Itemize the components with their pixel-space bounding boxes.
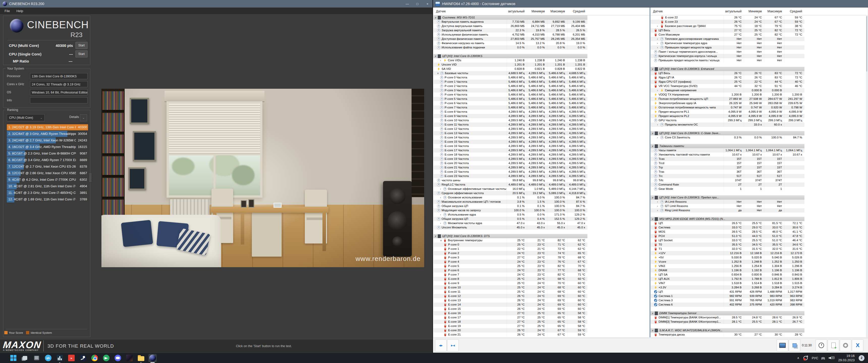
sensor-row[interactable]: Предел мощности PL2 4,095.9 W 4,095.9 W … xyxy=(651,114,804,118)
chevron-down-icon[interactable]: ∨ xyxy=(651,131,655,135)
scrollbar[interactable] xyxy=(866,15,868,337)
clock-button[interactable] xyxy=(815,339,827,352)
sensor-row[interactable]: E-core 21 26 °C 24 °C 67 °C 59 °C xyxy=(434,332,587,337)
sensor-section-header[interactable]: ∨ S.M.A.R.T.: WDC WUH721818ALE6L4 (3WGN.… xyxy=(651,328,804,332)
sensor-row[interactable]: E-core 20 26 °C 24 °C 67 °C 59 °C xyxy=(434,328,587,332)
chevron-right-icon[interactable]: › xyxy=(440,58,443,63)
sensor-row[interactable]: SA VID 0.828 В 0.821 В 0.828 В 0.822 В xyxy=(434,67,587,71)
chevron-down-icon[interactable]: ∨ xyxy=(434,15,438,20)
sensor-row[interactable]: Command Rate 2T 2T 2T xyxy=(651,183,804,187)
sensor-row[interactable]: E-core 18 27 °C 25 °C 65 °C 58 °C xyxy=(434,320,587,324)
sensor-row[interactable]: E-core 19 27 °C 25 °C 65 °C 58 °C xyxy=(434,324,587,328)
sensor-row[interactable]: ЦП Весь 26 °C 26 °C 83 °C 72 °C xyxy=(651,71,804,75)
sensor-row[interactable]: ›IA Limit Reasons Нет Нет Нет xyxy=(651,200,804,204)
sensor-row[interactable]: Часы памяти 1,064.1 МГц 1,064.1 МГц 1,06… xyxy=(651,148,804,153)
chevron-right-icon[interactable]: › xyxy=(440,212,443,217)
chevron-down-icon[interactable]: ∨ xyxy=(651,195,655,200)
hwinfo-titlebar[interactable]: HWiNFO64 v7.26-4800 - Состояние датчиков xyxy=(433,0,868,7)
wifi-icon[interactable]: ((( xyxy=(821,357,826,359)
sensor-row[interactable]: P-core 1 Частота 5,486.6 МГц 5,486.6 МГц… xyxy=(434,80,587,84)
ranking-row[interactable]: 9. 4C/8T @ 4.2 GHz, Intel Core i7-7700K … xyxy=(7,177,88,183)
sensor-row[interactable]: E-core 17 27 °C 25 °C 65 °C 58 °C xyxy=(434,316,587,320)
discord-icon[interactable] xyxy=(114,354,122,362)
sensor-row[interactable]: Система 6 402 RPM 375 RPM 420 RPM 398 RP… xyxy=(651,302,804,307)
sensor-row[interactable]: Доступна виртуальная память 26,869 МБ 24… xyxy=(434,24,587,28)
expand-columns-button[interactable]: ▸◂ xyxy=(447,339,459,352)
sensor-row[interactable]: Trc 51T 51T 51T xyxy=(651,174,804,178)
sensor-row[interactable]: E-core 11 25 °C 24 °C 68 °C 60 °C xyxy=(434,290,587,294)
sensor-row[interactable]: E-core 15 Частота 4,289.5 МГц 4,289.5 МГ… xyxy=(434,140,587,144)
system-info-field[interactable]: 13th Gen Intel Core i9-13900KS xyxy=(30,73,88,79)
sensor-row[interactable]: DIMM[1] Температура (BANK 0/Контроллер0.… xyxy=(651,316,804,320)
sensor-section-header[interactable]: ∨ DIMM Температура Sensor xyxy=(651,311,804,316)
speaker-icon[interactable]: ))) xyxy=(829,356,834,360)
sensor-row[interactable]: E-core 22 Частота 4,289.5 МГц 4,289.5 МГ… xyxy=(434,170,587,174)
sensor-row[interactable]: E-core 12 Частота 4,289.5 МГц 4,289.5 МГ… xyxy=(434,127,587,131)
sensor-row[interactable]: ЦП Socket 33.0 °C 25.5 °C 51.0 °C 46.4 °… xyxy=(651,238,804,242)
chevron-down-icon[interactable]: ∨ xyxy=(434,54,438,58)
hidden-icons-chevron-icon[interactable]: ∧ xyxy=(797,356,799,360)
system-info-field[interactable] xyxy=(30,97,88,103)
sensor-row[interactable]: ›Тепловое дросселирование сердечника Нет… xyxy=(651,37,804,41)
ranking-row[interactable]: 5. 8C/16T @ 2.3 GHz, Intel Core i9-9880H… xyxy=(7,151,88,157)
sensor-row[interactable]: P-core 0 25 °C 23 °C 71 °C 62 °C xyxy=(434,242,587,247)
chevron-down-icon[interactable]: ∨ xyxy=(651,144,655,148)
ranking-details-dropdown[interactable]: ⌄ xyxy=(80,114,87,121)
ranking-scroll-grip[interactable] xyxy=(89,173,92,182)
sensor-row[interactable]: ЦП AUX 1.792 В 1.788 В 1.812 В 1.806 В xyxy=(651,277,804,281)
chevron-right-icon[interactable]: › xyxy=(657,123,660,127)
sensor-row[interactable]: VIN3 1.256 В 1.254 В 1.304 В 1.296 В xyxy=(651,264,804,268)
sensor-row[interactable]: E-core 8 Частота 4,289.5 МГц 4,289.5 МГц… xyxy=(434,110,587,114)
sensor-row[interactable]: E-core 17 Частота 4,289.5 МГц 4,289.5 МГ… xyxy=(434,148,587,153)
sensor-section-header[interactable]: ∨ ЦП [#0]: Intel Core i9-13900KS: Enhanc… xyxy=(651,67,804,71)
sensor-row[interactable]: E-core 22 26 °C 24 °C 67 °C 59 °C xyxy=(651,15,804,20)
ranking-row[interactable]: 2. 32C/64T @ 3 GHz, AMD Ryzen Threadripp… xyxy=(7,131,88,137)
singlecore-start-button[interactable]: Start xyxy=(75,51,88,58)
sensor-row[interactable]: ›Множители частоты ядра 47.0 x 43.0 x 55… xyxy=(434,221,587,225)
ranking-row[interactable]: 11. 4C/8T @ 2.3 GHz, Intel Core i7-4850H… xyxy=(7,190,88,196)
sensor-row[interactable]: Система 33.0 °C 29.0 °C 33.0 °C 30.6 °C xyxy=(651,225,804,230)
sensor-row[interactable]: Виртуальная память выделена 7,733 МБ 6,8… xyxy=(434,20,587,24)
chevron-right-icon[interactable]: › xyxy=(657,45,660,50)
sensor-row[interactable]: Температура диска 30 °C 27 °C 30 °C 28 °… xyxy=(651,332,804,337)
sensor-row[interactable]: ›Ring Limit Reasons да Нет да xyxy=(651,208,804,212)
sensor-row[interactable]: Core Максимум 27 °C 25 °C 82 °C 72 °C xyxy=(651,33,804,37)
sensor-row[interactable]: Vcore 1.252 В 1.248 В 1.252 В 1.250 В xyxy=(651,260,804,264)
sensor-row[interactable]: Максимальное использование ЦП / потоков … xyxy=(434,200,587,204)
menu-file[interactable]: File xyxy=(4,9,10,13)
sensor-row[interactable]: VR VCC Температура (SVID) 44 °C 32 °C 51… xyxy=(651,84,804,88)
col-avg[interactable]: Средний xyxy=(784,9,804,13)
sensor-row[interactable]: P-core 4 Частота 5,486.6 МГц 5,486.6 МГц… xyxy=(434,93,587,97)
sensor-row[interactable]: Загрузка виртуальной памяти 22.3 % 19.8 … xyxy=(434,28,587,33)
chevron-right-icon[interactable]: › xyxy=(657,88,660,93)
sensor-row[interactable]: ›Превышен предел мощности ядра Нет Нет Н… xyxy=(651,45,804,50)
sensor-row[interactable]: Средняя эффективная частота 20.5 МГц 19.… xyxy=(434,191,587,195)
minimize-icon[interactable]: — xyxy=(402,0,412,7)
sensor-row[interactable]: Trp 15T 15T 15T xyxy=(651,165,804,170)
scrollbar-thumb[interactable] xyxy=(866,16,867,72)
msi-center-icon[interactable]: » xyxy=(67,354,75,362)
language-indicator[interactable]: РУС xyxy=(812,356,818,360)
sensor-row[interactable]: Trfc 374T 374T 374T xyxy=(651,178,804,183)
sensor-section-header[interactable]: ∨ ЦП [#0]: Intel Core i9-13900KS: C-Stat… xyxy=(651,131,804,135)
ranking-row[interactable]: 3. 24C/48T @ 2.7 GHz, Intel Xeon W-3265M… xyxy=(7,137,88,143)
sensor-row[interactable]: Использование файла подкачки 0.0 % 0.0 %… xyxy=(434,45,587,50)
sensor-row[interactable]: P-core 1 22 °C 21 °C 72 °C 62 °C xyxy=(434,247,587,251)
settings-gear-button[interactable] xyxy=(840,339,851,352)
sensor-row[interactable]: Остаточная потребляемая мощность чипа 0.… xyxy=(651,105,804,110)
sensor-row[interactable]: DIMM[3] Температура (BANK 0/Контроллер1.… xyxy=(651,320,804,324)
sensor-row[interactable]: ›Core VIDs 1.240 В 1.238 В 1.240 В 1.238… xyxy=(434,58,587,63)
sensor-section-header[interactable]: ∨ Тайминги памяти xyxy=(651,144,804,148)
chevron-down-icon[interactable]: ∨ xyxy=(437,71,440,75)
sensor-row[interactable]: Система 3 991 RPM 765 RPM 1,019 RPM 983 … xyxy=(651,298,804,302)
start-button-icon[interactable] xyxy=(9,354,18,362)
sensor-section-header[interactable]: ∨ ЦП [#0]: Intel Core i9-13900KS: DTS xyxy=(434,234,587,238)
green-app-icon[interactable] xyxy=(102,354,110,362)
sensor-row[interactable]: P-core 6 24 °C 23 °C 77 °C 68 °C xyxy=(434,268,587,272)
sensor-row[interactable]: ЦП SA 0.834 В 0.830 В 0.846 В 0.843 В xyxy=(651,272,804,277)
col-min[interactable]: Минимум xyxy=(744,9,764,13)
sensor-row[interactable]: Предел мощности PL1 4,095.9 W 4,095.9 W … xyxy=(651,110,804,114)
ranking-filter-dropdown[interactable]: CPU (Multi Core) ⌄ xyxy=(7,114,45,121)
game-icon[interactable] xyxy=(125,354,133,362)
sensor-row[interactable]: ›Базовое расстояние до TjMAX 75 °C 18 °C… xyxy=(651,24,804,28)
